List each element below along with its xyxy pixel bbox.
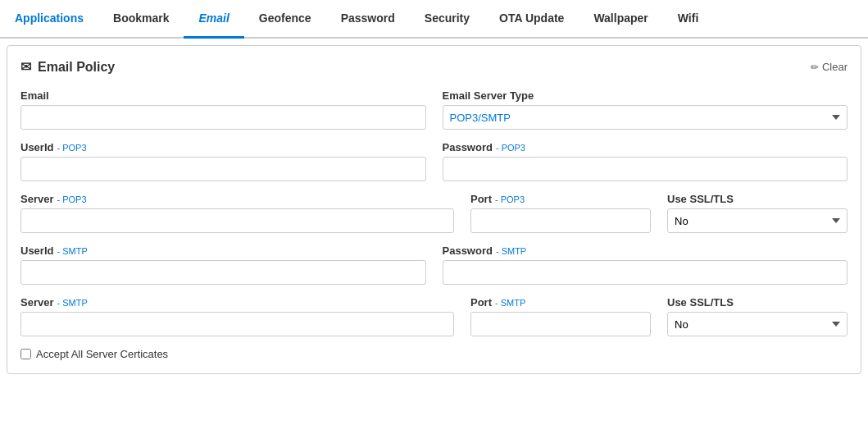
userid-smtp-input[interactable]	[20, 260, 426, 285]
ssl-tls-pop3-label: Use SSL/TLS	[667, 193, 848, 205]
nav-tab-geofence[interactable]: Geofence	[244, 0, 326, 39]
server-smtp-col: Server - SMTP	[20, 296, 454, 336]
userid-pop3-input[interactable]	[20, 157, 426, 181]
password-pop3-col: Password - POP3	[443, 141, 848, 181]
nav-tab-wifi[interactable]: Wifi	[663, 0, 714, 39]
port-pop3-col: Port - POP3	[470, 193, 651, 233]
email-label: Email	[20, 89, 426, 102]
form-row-4: UserId - SMTP Password - SMTP	[20, 245, 848, 285]
ssl-tls-smtp-label: Use SSL/TLS	[667, 296, 848, 309]
accept-cert-checkbox[interactable]	[20, 349, 31, 359]
nav-tab-applications[interactable]: Applications	[0, 0, 98, 39]
ssl-tls-pop3-select[interactable]: No Yes	[667, 208, 848, 233]
userid-smtp-col: UserId - SMTP	[20, 245, 426, 285]
ssl-tls-pop3-col: Use SSL/TLS No Yes	[667, 193, 848, 233]
form-row-3: Server - POP3 Port - POP3 Use SSL/TLS No…	[20, 193, 848, 233]
password-smtp-col: Password - SMTP	[443, 245, 848, 285]
password-pop3-input[interactable]	[443, 157, 848, 181]
server-smtp-input[interactable]	[20, 312, 454, 336]
email-icon	[20, 59, 31, 75]
server-pop3-label: Server - POP3	[20, 193, 454, 205]
nav-tab-wallpaper[interactable]: Wallpaper	[579, 0, 662, 39]
form-row-1: Email Email Server Type POP3/SMTP IMAP/S…	[20, 89, 848, 130]
email-server-type-label: Email Server Type	[443, 89, 848, 102]
email-col: Email	[20, 89, 426, 130]
form-row-5: Server - SMTP Port - SMTP Use SSL/TLS No…	[20, 296, 848, 336]
port-pop3-input[interactable]	[470, 208, 651, 233]
clear-button[interactable]: Clear	[811, 61, 848, 73]
server-pop3-input[interactable]	[20, 208, 454, 233]
server-pop3-col: Server - POP3	[20, 193, 454, 233]
email-input[interactable]	[20, 105, 426, 130]
email-server-type-col: Email Server Type POP3/SMTP IMAP/SMTP Ex…	[443, 89, 848, 130]
port-smtp-col: Port - SMTP	[470, 296, 651, 336]
port-smtp-label: Port - SMTP	[470, 296, 651, 309]
port-pop3-label: Port - POP3	[470, 193, 651, 205]
clear-label: Clear	[822, 61, 848, 73]
email-server-type-select[interactable]: POP3/SMTP IMAP/SMTP Exchange	[443, 105, 848, 130]
server-smtp-label: Server - SMTP	[20, 296, 454, 309]
pencil-icon	[811, 61, 819, 73]
nav-tab-ota-update[interactable]: OTA Update	[484, 0, 579, 39]
nav-tab-security[interactable]: Security	[410, 0, 484, 39]
password-smtp-input[interactable]	[443, 260, 848, 285]
form-row-2: UserId - POP3 Password - POP3	[20, 141, 848, 181]
userid-pop3-col: UserId - POP3	[20, 141, 426, 181]
port-smtp-input[interactable]	[470, 312, 651, 336]
password-pop3-label: Password - POP3	[443, 141, 848, 153]
password-smtp-label: Password - SMTP	[443, 245, 848, 257]
nav-tabs: ApplicationsBookmarkEmailGeofencePasswor…	[0, 0, 868, 39]
ssl-tls-smtp-col: Use SSL/TLS No Yes	[667, 296, 848, 336]
userid-smtp-label: UserId - SMTP	[20, 245, 426, 257]
ssl-tls-smtp-select[interactable]: No Yes	[667, 312, 848, 336]
policy-title-text: Email Policy	[38, 60, 115, 75]
policy-content: Email Policy Clear Email Email Server Ty…	[7, 45, 861, 374]
nav-tab-bookmark[interactable]: Bookmark	[98, 0, 184, 39]
accept-cert-row: Accept All Server Certicates	[20, 348, 848, 360]
userid-pop3-label: UserId - POP3	[20, 141, 426, 153]
nav-tab-password[interactable]: Password	[326, 0, 410, 39]
accept-cert-label[interactable]: Accept All Server Certicates	[36, 348, 168, 360]
nav-tab-email[interactable]: Email	[184, 0, 243, 39]
policy-header: Email Policy Clear	[20, 59, 848, 75]
policy-title: Email Policy	[20, 59, 115, 75]
